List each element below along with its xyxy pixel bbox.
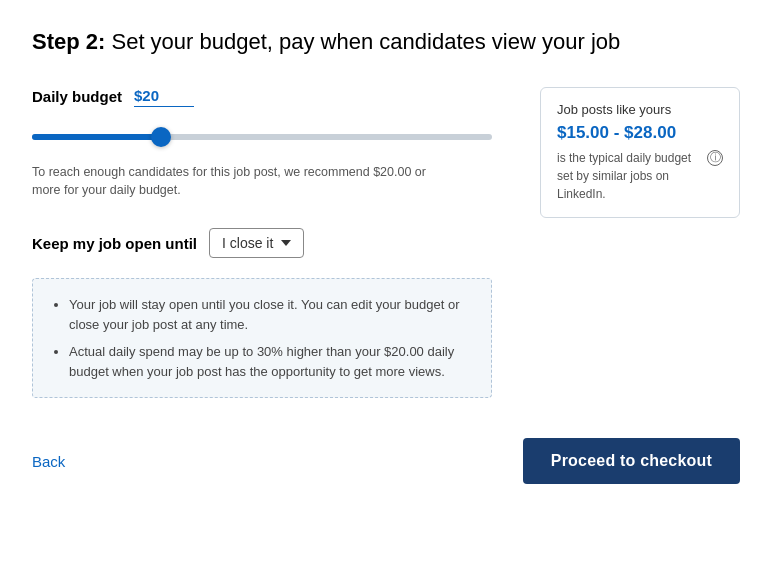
budget-row: Daily budget $20 bbox=[32, 87, 516, 107]
side-card-desc-text: is the typical daily budget set by simil… bbox=[557, 149, 703, 203]
info-circle-icon[interactable]: ⓘ bbox=[707, 150, 723, 166]
checkout-button[interactable]: Proceed to checkout bbox=[523, 438, 740, 484]
info-item-2: Actual daily spend may be up to 30% high… bbox=[69, 342, 473, 381]
budget-label: Daily budget bbox=[32, 88, 122, 105]
info-item-1: Your job will stay open until you close … bbox=[69, 295, 473, 334]
info-box: Your job will stay open until you close … bbox=[32, 278, 492, 398]
keep-open-dropdown[interactable]: I close it bbox=[209, 228, 304, 258]
footer: Back Proceed to checkout bbox=[32, 430, 740, 484]
main-content: Daily budget $20 To reach enough candida… bbox=[32, 87, 740, 399]
side-card-description: is the typical daily budget set by simil… bbox=[557, 149, 723, 203]
page-title: Step 2: Set your budget, pay when candid… bbox=[32, 28, 740, 57]
side-card-title: Job posts like yours bbox=[557, 102, 723, 117]
budget-recommendation: To reach enough candidates for this job … bbox=[32, 163, 452, 201]
keep-open-label: Keep my job open until bbox=[32, 235, 197, 252]
back-button[interactable]: Back bbox=[32, 453, 65, 470]
budget-value: $20 bbox=[134, 87, 194, 107]
dropdown-arrow-icon bbox=[281, 240, 291, 246]
keep-open-value: I close it bbox=[222, 235, 273, 251]
left-section: Daily budget $20 To reach enough candida… bbox=[32, 87, 516, 399]
right-section: Job posts like yours $15.00 - $28.00 is … bbox=[540, 87, 740, 218]
keep-open-row: Keep my job open until I close it bbox=[32, 228, 516, 258]
page-container: Step 2: Set your budget, pay when candid… bbox=[0, 0, 772, 578]
info-list: Your job will stay open until you close … bbox=[51, 295, 473, 381]
side-card-range: $15.00 - $28.00 bbox=[557, 123, 723, 143]
budget-slider-container[interactable] bbox=[32, 121, 492, 153]
side-card: Job posts like yours $15.00 - $28.00 is … bbox=[540, 87, 740, 218]
